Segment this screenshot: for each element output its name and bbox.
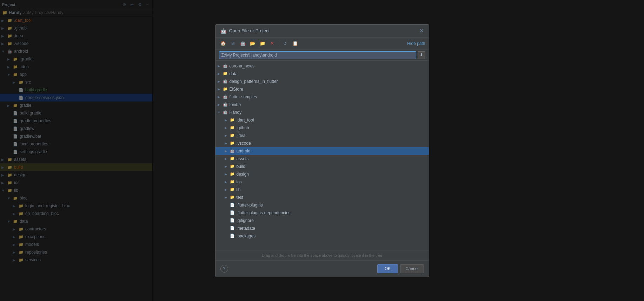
dialog-tree-item-flutter_samples[interactable]: 🤖 flutter-samples: [215, 93, 429, 101]
dialog-tree-item-design_d[interactable]: 📁 design: [215, 170, 429, 178]
darrow-android_d: [225, 149, 230, 153]
help-button[interactable]: ?: [220, 265, 228, 273]
toolbar-desktop-button[interactable]: 🖥: [229, 40, 237, 47]
dlabel-android_d: android: [237, 149, 251, 153]
toolbar-home-button[interactable]: 🏠: [219, 40, 227, 47]
dicon-dart_tool_d: 📁: [230, 117, 235, 123]
dicon-design_d: 📁: [230, 171, 235, 177]
dicon-build_d: 📁: [230, 164, 235, 169]
dialog-tree-item-metadata[interactable]: 📄 .metadata: [215, 224, 429, 232]
dialog-tree-item-assets_d[interactable]: 📁 assets: [215, 155, 429, 163]
dicon-handy: 🤖: [223, 110, 228, 115]
dialog-buttons: ? OK Cancel: [215, 260, 429, 277]
darrow-flutter_samples: [218, 95, 223, 99]
cancel-button[interactable]: Cancel: [400, 264, 424, 273]
dialog-tree-item-corona_news[interactable]: 🤖 corona_news: [215, 62, 429, 70]
dlabel-lib_d: lib: [237, 187, 241, 192]
dicon-gitignore: 📄: [230, 218, 235, 223]
dialog-tree-item-flutter_plugins[interactable]: 📄 .flutter-plugins: [215, 201, 429, 209]
dlabel-data_d: data: [230, 71, 238, 76]
path-input[interactable]: [219, 51, 416, 59]
dicon-flutter_samples: 🤖: [223, 94, 228, 100]
dlabel-assets_d: assets: [237, 156, 249, 161]
darrow-build_d: [225, 165, 230, 168]
dicon-android_d: 🤖: [230, 148, 235, 154]
dialog-tree: 🤖 corona_news 📁 data 🤖 design_patterns_i…: [215, 61, 429, 250]
dicon-assets_d: 📁: [230, 156, 235, 162]
dicon-flutter_plugins: 📄: [230, 202, 235, 208]
dialog-tree-item-data_d[interactable]: 📁 data: [215, 70, 429, 78]
dialog-close-button[interactable]: ✕: [419, 28, 424, 34]
dialog-tree-item-test_d[interactable]: 📁 test: [215, 194, 429, 201]
open-file-dialog: 🤖 Open File or Project ✕ 🏠 🖥 🤖 📂 📁 ✕ ↺ 📋…: [215, 24, 429, 277]
dialog-tree-item-packages[interactable]: 📄 .packages: [215, 232, 429, 240]
dialog-tree-item-elstore[interactable]: 📁 ElStore: [215, 85, 429, 93]
dlabel-flutter_plugins: .flutter-plugins: [237, 203, 263, 208]
toolbar-new-folder-button[interactable]: 📁: [258, 40, 267, 47]
dialog-tree-item-github_d[interactable]: 📁 .github: [215, 124, 429, 132]
toolbar-android-button[interactable]: 🤖: [239, 40, 247, 47]
dlabel-design_patterns: design_patterns_in_flutter: [230, 79, 278, 84]
dlabel-flutter_plugins_dep: .flutter-plugins-dependencies: [237, 210, 291, 215]
dlabel-ios_d: ios: [237, 179, 242, 184]
dicon-metadata: 📄: [230, 225, 235, 231]
dicon-flutter_plugins_dep: 📄: [230, 210, 235, 216]
darrow-handy: [218, 111, 223, 114]
dlabel-corona_news: corona_news: [230, 64, 254, 68]
darrow-data_d: [218, 72, 223, 76]
darrow-assets_d: [225, 157, 230, 161]
dialog-tree-item-design_patterns[interactable]: 🤖 design_patterns_in_flutter: [215, 78, 429, 85]
darrow-dart_tool_d: [225, 118, 230, 122]
button-group: OK Cancel: [377, 264, 424, 273]
dialog-tree-item-ios_d[interactable]: 📁 ios: [215, 178, 429, 186]
dlabel-vscode_d: .vscode: [237, 141, 251, 146]
dlabel-test_d: test: [237, 195, 243, 200]
dialog-tree-item-flutter_plugins_dep[interactable]: 📄 .flutter-plugins-dependencies: [215, 209, 429, 217]
dialog-tree-item-vscode_d[interactable]: 📁 .vscode: [215, 139, 429, 147]
dicon-ios_d: 📁: [230, 179, 235, 185]
dialog-toolbar: 🏠 🖥 🤖 📂 📁 ✕ ↺ 📋 Hide path: [215, 38, 429, 50]
dicon-idea_d: 📁: [230, 133, 235, 138]
dialog-titlebar: 🤖 Open File or Project ✕: [215, 25, 429, 38]
darrow-elstore: [218, 87, 223, 91]
darrow-lib_d: [225, 188, 230, 191]
dialog-tree-item-lib_d[interactable]: 📁 lib: [215, 186, 429, 194]
darrow-corona_news: [218, 64, 223, 68]
dicon-elstore: 📁: [223, 86, 228, 92]
toolbar-delete-button[interactable]: ✕: [268, 40, 277, 47]
toolbar-clipboard-button[interactable]: 📋: [291, 40, 299, 47]
dlabel-fonibo: fonibo: [230, 102, 241, 107]
dialog-tree-item-fonibo[interactable]: 🤖 fonibo: [215, 101, 429, 109]
dialog-tree-item-build_d[interactable]: 📁 build: [215, 163, 429, 170]
path-download-button[interactable]: ⬇: [418, 51, 425, 59]
darrow-test_d: [225, 196, 230, 199]
dicon-lib_d: 📁: [230, 187, 235, 192]
dicon-corona_news: 🤖: [223, 63, 228, 69]
toolbar-separator: [279, 40, 279, 47]
dlabel-metadata: .metadata: [237, 226, 255, 231]
dialog-tree-item-idea_d[interactable]: 📁 .idea: [215, 132, 429, 139]
darrow-idea_d: [225, 134, 230, 137]
dicon-fonibo: 🤖: [223, 102, 228, 107]
dialog-tree-item-dart_tool_d[interactable]: 📁 .dart_tool: [215, 116, 429, 124]
dialog-tree-item-gitignore[interactable]: 📄 .gitignore: [215, 217, 429, 224]
dlabel-gitignore: .gitignore: [237, 218, 254, 223]
dlabel-idea_d: .idea: [237, 133, 246, 138]
dicon-github_d: 📁: [230, 125, 235, 131]
darrow-vscode_d: [225, 142, 230, 145]
path-bar: ⬇: [215, 50, 429, 61]
dialog-overlay: 🤖 Open File or Project ✕ 🏠 🖥 🤖 📂 📁 ✕ ↺ 📋…: [0, 0, 644, 301]
dlabel-elstore: ElStore: [230, 87, 243, 92]
toolbar-folder-up-button[interactable]: 📂: [248, 40, 257, 47]
dialog-tree-item-handy[interactable]: 🤖 Handy: [215, 109, 429, 116]
dialog-tree-item-android_d[interactable]: 🤖 android: [215, 147, 429, 155]
ok-button[interactable]: OK: [377, 264, 398, 273]
dlabel-github_d: .github: [237, 125, 249, 130]
darrow-design_patterns: [218, 80, 223, 83]
toolbar-refresh-button[interactable]: ↺: [281, 40, 290, 47]
hide-path-button[interactable]: Hide path: [407, 41, 425, 46]
drag-hint: Drag and drop a file into the space abov…: [215, 250, 429, 260]
darrow-design_d: [225, 172, 230, 176]
dlabel-dart_tool_d: .dart_tool: [237, 118, 254, 123]
dicon-design_patterns: 🤖: [223, 79, 228, 84]
